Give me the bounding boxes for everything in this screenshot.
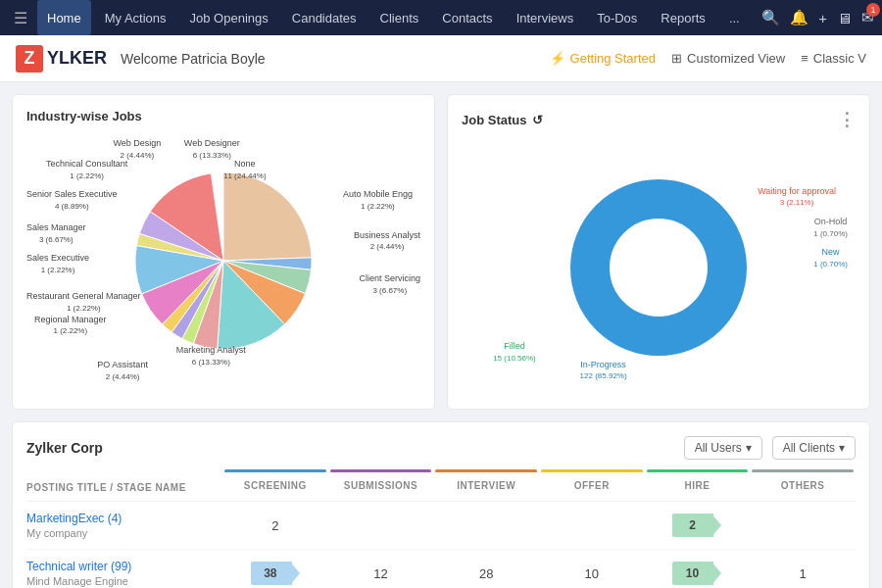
col-interview-header: Interview (433, 480, 539, 495)
customized-view-btn[interactable]: ⊞ Customized View (671, 51, 785, 66)
pie-chart-container: None11 (24.44%) Auto Mobile Engg1 (2.22%… (26, 133, 420, 388)
brand-name: YLKER (47, 48, 107, 69)
nav-interviews[interactable]: Interviews (507, 0, 584, 35)
hamburger-icon[interactable]: ☰ (8, 9, 33, 27)
navbar: ☰ Home My Actions Job Openings Candidate… (0, 0, 882, 35)
col-others-header: Others (750, 480, 856, 495)
nav-home[interactable]: Home (37, 0, 91, 35)
donut-chart-container: Filled15 (10.56%) Waiting for approval3 … (462, 140, 856, 395)
screening-num: 38 (260, 566, 290, 580)
offer-val: 10 (539, 566, 645, 581)
posting-title-link[interactable]: MarketingExec (4) (26, 512, 222, 525)
hire-arrow: 2 (672, 514, 721, 537)
job-status-title: Job Status ↺ ⋮ (462, 109, 856, 130)
posting-subtitle: Mind Manage Engine (26, 575, 222, 587)
screening-arrow: 38 (251, 562, 300, 585)
screen-icon[interactable]: 🖥 (837, 10, 852, 26)
hire-num: 2 (685, 518, 710, 532)
col-offer-header: Offer (539, 480, 645, 495)
table-column-headers: Posting Title / Stage Name Screening Sub… (26, 474, 856, 502)
screening-val-wrapper: 38 (222, 562, 328, 585)
industry-chart-card: Industry-wise Jobs None11 (24.44%) Auto … (12, 94, 435, 410)
app-header: Z YLKER Welcome Patricia Boyle ⚡ Getting… (0, 35, 882, 82)
nav-todos[interactable]: To-Dos (587, 0, 647, 35)
refresh-icon[interactable]: ↺ (532, 113, 543, 127)
job-status-chart-card: Job Status ↺ ⋮ (447, 94, 870, 410)
svg-point-5 (612, 220, 706, 315)
posting-title-link[interactable]: Technical writer (99) (26, 560, 222, 573)
all-clients-filter[interactable]: All Clients ▾ (772, 436, 856, 460)
screening-val: 2 (222, 518, 328, 533)
grid-icon: ⊞ (671, 51, 682, 66)
industry-chart-title: Industry-wise Jobs (26, 109, 420, 123)
interview-val: 28 (433, 566, 539, 581)
hire-val-wrapper: 2 (645, 514, 751, 537)
nav-contacts[interactable]: Contacts (432, 0, 502, 35)
nav-clients[interactable]: Clients (370, 0, 429, 35)
others-val: 1 (750, 566, 856, 581)
main-content: Industry-wise Jobs None11 (24.44%) Auto … (0, 82, 882, 588)
classic-view-btn[interactable]: ≡ Classic V (801, 51, 866, 66)
bolt-icon: ⚡ (550, 51, 565, 66)
posting-info: MarketingExec (4) My company (26, 512, 222, 539)
submissions-val: 12 (328, 566, 434, 581)
nav-job-openings[interactable]: Job Openings (180, 0, 278, 35)
nav-my-actions[interactable]: My Actions (95, 0, 176, 35)
plus-icon[interactable]: + (818, 10, 827, 26)
col-posting-header: Posting Title / Stage Name (26, 482, 222, 493)
col-submissions-header: Submissions (328, 480, 434, 495)
posting-subtitle: My company (26, 527, 222, 539)
table-row: Technical writer (99) Mind Manage Engine… (26, 550, 856, 588)
dropdown-arrow2-icon: ▾ (839, 441, 845, 455)
email-icon-wrapper[interactable]: ✉ 1 (861, 9, 874, 26)
table-title: Zylker Corp (26, 440, 674, 456)
bell-icon[interactable]: 🔔 (790, 9, 808, 26)
charts-row: Industry-wise Jobs None11 (24.44%) Auto … (12, 94, 870, 410)
dropdown-arrow-icon: ▾ (746, 441, 752, 455)
all-users-filter[interactable]: All Users ▾ (684, 436, 762, 460)
more-options-icon[interactable]: ⋮ (838, 109, 856, 130)
welcome-message: Welcome Patricia Boyle (121, 51, 266, 67)
nav-more[interactable]: ... (719, 0, 750, 35)
table-header: Zylker Corp All Users ▾ All Clients ▾ (26, 436, 856, 460)
col-hire-header: Hire (645, 480, 751, 495)
email-badge: 1 (866, 3, 880, 17)
stage-color-bar (26, 469, 856, 472)
hire-num: 10 (682, 566, 712, 580)
table-row: MarketingExec (4) My company 2 2 (26, 502, 856, 550)
donut-chart-svg (561, 170, 757, 366)
posting-info: Technical writer (99) Mind Manage Engine (26, 560, 222, 587)
col-screening-header: Screening (222, 480, 328, 495)
pie-chart-svg (135, 172, 312, 349)
nav-candidates[interactable]: Candidates (282, 0, 367, 35)
getting-started-btn[interactable]: ⚡ Getting Started (550, 51, 656, 66)
search-icon[interactable]: 🔍 (761, 9, 780, 26)
logo-icon: Z (16, 45, 43, 73)
hire-val-wrapper: 10 (645, 562, 751, 585)
pipeline-table-section: Zylker Corp All Users ▾ All Clients ▾ Po… (12, 421, 870, 588)
nav-reports[interactable]: Reports (651, 0, 715, 35)
list-icon: ≡ (801, 51, 808, 66)
hire-arrow: 10 (672, 562, 721, 585)
